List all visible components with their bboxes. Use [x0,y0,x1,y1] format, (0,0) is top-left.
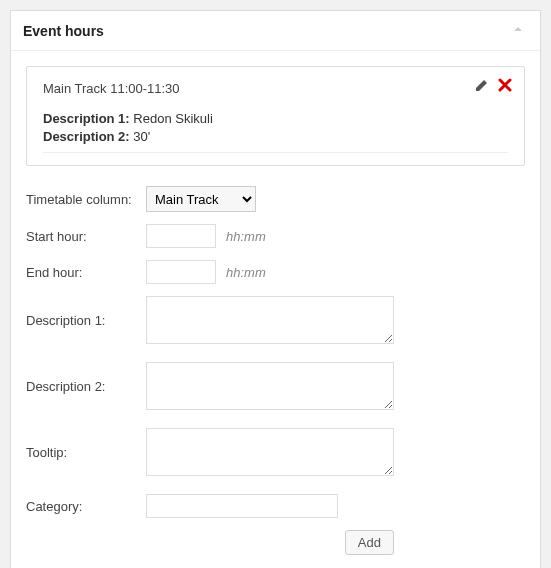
timetable-column-select[interactable]: Main Track [146,186,256,212]
label-start-hour: Start hour: [26,229,146,244]
row-description-1: Description 1: [26,296,525,344]
entry-desc2: Description 2: 30' [43,128,508,146]
row-timetable-column: Timetable column: Main Track [26,186,525,212]
label-description-1: Description 1: [26,313,146,328]
row-end-hour: End hour: hh:mm [26,260,525,284]
start-hour-input[interactable] [146,224,216,248]
entry-desc2-label: Description 2: [43,129,130,144]
entry-desc1-value: Redon Skikuli [133,111,213,126]
entry-desc1: Description 1: Redon Skikuli [43,110,508,128]
metabox-body: Main Track 11:00-11:30 Description 1: Re… [11,51,540,568]
description-1-textarea[interactable] [146,296,394,344]
event-hours-metabox: Event hours Main Track 11:00-11:30 Descr… [10,10,541,568]
add-button[interactable]: Add [345,530,394,555]
label-description-2: Description 2: [26,379,146,394]
existing-event-entry: Main Track 11:00-11:30 Description 1: Re… [26,66,525,166]
label-timetable-column: Timetable column: [26,192,146,207]
metabox-header: Event hours [11,11,540,51]
edit-icon[interactable] [474,77,490,93]
category-input[interactable] [146,494,338,518]
label-end-hour: End hour: [26,265,146,280]
row-start-hour: Start hour: hh:mm [26,224,525,248]
row-description-2: Description 2: [26,362,525,410]
entry-desc2-value: 30' [133,129,150,144]
button-row: Add [26,530,394,555]
delete-icon[interactable] [498,78,512,92]
description-2-textarea[interactable] [146,362,394,410]
metabox-title: Event hours [23,23,104,39]
entry-title: Main Track 11:00-11:30 [43,81,508,96]
row-category: Category: [26,494,525,518]
row-tooltip: Tooltip: [26,428,525,476]
collapse-toggle-icon[interactable] [508,21,528,40]
start-hour-hint: hh:mm [226,229,266,244]
entry-desc1-label: Description 1: [43,111,130,126]
end-hour-hint: hh:mm [226,265,266,280]
label-category: Category: [26,499,146,514]
tooltip-textarea[interactable] [146,428,394,476]
end-hour-input[interactable] [146,260,216,284]
label-tooltip: Tooltip: [26,445,146,460]
